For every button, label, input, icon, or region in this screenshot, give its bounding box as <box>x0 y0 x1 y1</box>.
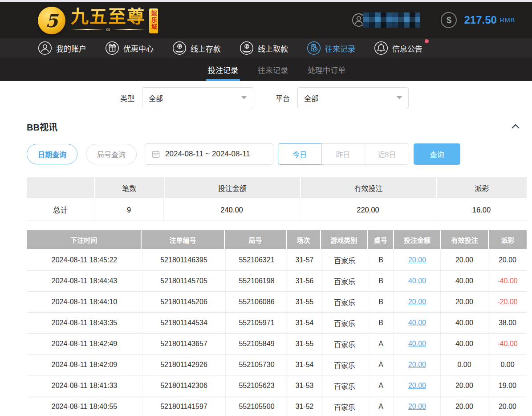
nav-item-promotions[interactable]: 优惠中心 <box>105 41 154 55</box>
col-header-round-id: 局号 <box>225 230 286 249</box>
records-icon <box>307 41 321 55</box>
calendar-icon <box>151 150 160 159</box>
cell-order-id: 521801141597 <box>142 396 226 416</box>
nav-label: 线上取款 <box>258 43 288 54</box>
query-toolbar: 日期查询 局号查询 2024-08-11 ~ 2024-08-11 今日 昨日 … <box>27 143 527 165</box>
type-filter-label: 类型 <box>120 93 134 103</box>
chevron-down-icon <box>397 96 402 99</box>
user-account-menu[interactable] <box>352 12 420 28</box>
cell-order-id: 521801144534 <box>142 313 226 333</box>
cell-round-id: 552105500 <box>226 396 288 416</box>
cell-session: 31-57 <box>288 250 321 270</box>
col-header-order-id: 注单编号 <box>142 230 223 249</box>
section-header: BB视讯 <box>27 119 527 134</box>
nav-item-transaction-records[interactable]: 往来记录 <box>307 41 355 55</box>
cell-session: 31-55 <box>288 292 321 312</box>
search-button[interactable]: 查询 <box>414 143 460 165</box>
round-query-button[interactable]: 局号查询 <box>86 144 137 164</box>
col-header-bet-time: 下注时间 <box>27 230 141 249</box>
cell-bet-amount[interactable]: 20.00 <box>394 292 441 312</box>
bet-amount-link[interactable]: 40.00 <box>408 277 426 285</box>
table-row: 2024-08-11 18:40:55521801141597552105500… <box>27 396 527 416</box>
record-tabs: 投注记录 往来记录 处理中订单 <box>0 58 532 81</box>
cell-game-type: 百家乐 <box>321 355 368 375</box>
yesterday-button[interactable]: 昨日 <box>321 143 365 165</box>
cell-bet-amount[interactable]: 40.00 <box>394 271 441 291</box>
cell-payout: -20.00 <box>488 292 527 312</box>
cell-game-type: 百家乐 <box>321 313 368 333</box>
table-row: 2024-08-11 18:45:22521801146395552106321… <box>27 250 527 271</box>
cell-bet-amount[interactable]: 40.00 <box>394 334 441 354</box>
bet-amount-link[interactable]: 40.00 <box>408 319 426 327</box>
filter-row: 类型 全部 平台 全部 <box>27 87 527 108</box>
tab-bet-records[interactable]: 投注记录 <box>207 58 239 81</box>
nav-item-deposit[interactable]: 线上存款 <box>172 41 221 55</box>
quick-range-group: 今日 昨日 近8日 <box>278 143 409 165</box>
bet-amount-link[interactable]: 20.00 <box>408 361 426 369</box>
dollar-icon: $ <box>441 12 457 28</box>
summary-total-payout: 16.00 <box>436 199 527 220</box>
table-row: 2024-08-11 18:44:10521801145206552106086… <box>27 292 527 313</box>
gift-icon <box>105 41 119 55</box>
balance-display: $ 217.50 RMB <box>441 12 515 28</box>
summary-total-bet: 240.00 <box>164 199 300 220</box>
cell-session: 31-53 <box>288 375 321 396</box>
cell-round-id: 552106198 <box>226 271 288 291</box>
cell-session: 31-55 <box>288 334 321 354</box>
cell-table-code: B <box>368 313 394 333</box>
summary-total-label: 总计 <box>27 199 94 220</box>
cell-bet-amount[interactable]: 20.00 <box>394 396 441 416</box>
bet-amount-link[interactable]: 20.00 <box>408 298 426 306</box>
cell-bet-amount[interactable]: 40.00 <box>394 313 441 333</box>
cell-payout: 20.00 <box>488 396 527 416</box>
cell-session: 31-52 <box>288 396 321 416</box>
bell-icon <box>374 41 388 55</box>
cell-valid-bet: 20.00 <box>441 375 488 396</box>
summary-header-count: 笔数 <box>95 177 164 198</box>
platform-select[interactable]: 全部 <box>297 87 409 108</box>
type-select[interactable]: 全部 <box>142 87 253 108</box>
cell-session: 31-56 <box>288 271 321 291</box>
bet-amount-link[interactable]: 20.00 <box>408 256 426 264</box>
bet-amount-link[interactable]: 20.00 <box>408 382 426 390</box>
cell-session: 31-54 <box>288 313 321 333</box>
cell-order-id: 521801142306 <box>142 375 226 396</box>
cell-round-id: 552105849 <box>226 334 288 354</box>
tab-pending-orders[interactable]: 处理中订单 <box>307 58 346 81</box>
cell-valid-bet: 20.00 <box>441 396 488 416</box>
cell-table-code: A <box>368 375 394 396</box>
balance-amount: 217.50 <box>464 14 496 26</box>
cell-order-id: 521801142926 <box>142 355 226 375</box>
date-query-button[interactable]: 日期查询 <box>27 144 77 164</box>
nav-item-announcements[interactable]: 信息公告 <box>374 41 422 55</box>
cell-session: 31-54 <box>288 355 321 375</box>
bet-table-header: 下注时间 注单编号 局号 场次 游戏类别 桌号 投注金额 有效投注 派彩 <box>27 230 527 249</box>
username-redacted <box>363 12 420 28</box>
today-button[interactable]: 今日 <box>278 143 321 165</box>
collapse-section-button[interactable] <box>510 122 521 131</box>
cell-bet-amount[interactable]: 20.00 <box>394 250 441 270</box>
cell-bet-amount[interactable]: 20.00 <box>394 375 441 396</box>
summary-header-payout: 派彩 <box>437 177 527 198</box>
cell-bet-time: 2024-08-11 18:42:09 <box>27 355 142 375</box>
cell-valid-bet: 20.00 <box>441 250 488 270</box>
col-header-game-type: 游戏类别 <box>321 230 367 249</box>
bet-amount-link[interactable]: 20.00 <box>408 403 426 411</box>
cell-bet-time: 2024-08-11 18:44:10 <box>27 292 142 312</box>
tab-transaction-records[interactable]: 往来记录 <box>257 58 289 81</box>
site-logo[interactable]: 5 九五至尊 ∞ 娱乐城 <box>38 6 158 34</box>
cell-order-id: 521801146395 <box>142 250 226 270</box>
cell-game-type: 百家乐 <box>321 292 368 312</box>
col-header-bet-amount: 投注金额 <box>394 230 440 249</box>
bet-records-table: 下注时间 注单编号 局号 场次 游戏类别 桌号 投注金额 有效投注 派彩 202… <box>27 230 527 416</box>
date-range-input[interactable]: 2024-08-11 ~ 2024-08-11 <box>145 143 273 165</box>
bet-amount-link[interactable]: 40.00 <box>408 340 426 348</box>
balance-currency: RMB <box>500 16 515 24</box>
platform-filter-label: 平台 <box>276 93 290 103</box>
last-8-days-button[interactable]: 近8日 <box>365 143 409 165</box>
cell-bet-amount[interactable]: 20.00 <box>394 355 441 375</box>
cell-bet-time: 2024-08-11 18:44:43 <box>27 271 142 291</box>
nav-item-withdraw[interactable]: 线上取款 <box>240 41 288 55</box>
nav-item-my-account[interactable]: 我的账户 <box>38 41 86 55</box>
cell-round-id: 552105971 <box>226 313 288 333</box>
